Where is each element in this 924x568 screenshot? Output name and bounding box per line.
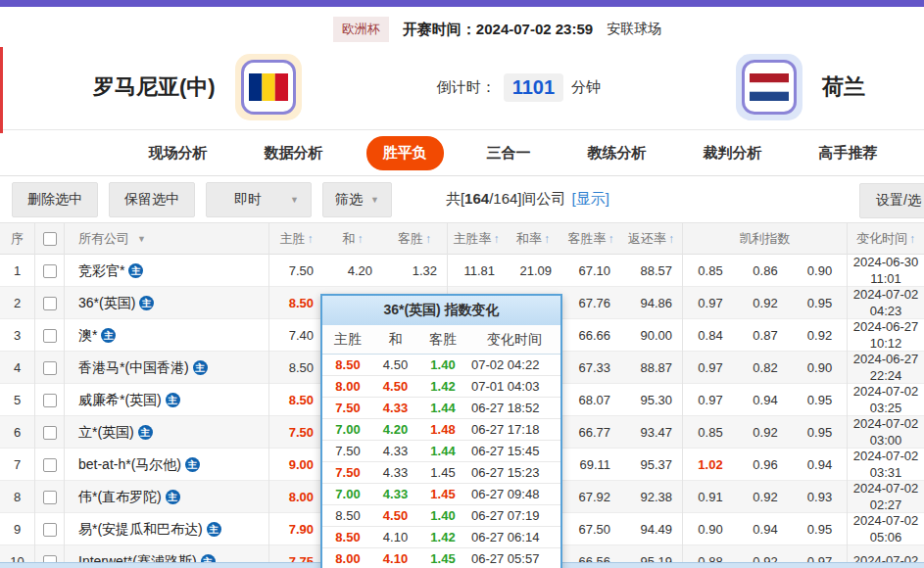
company-cell[interactable]: 竞彩官*主	[65, 255, 269, 287]
company-cell[interactable]: 立*(英国)主	[65, 416, 269, 449]
row-checkbox[interactable]	[43, 458, 57, 472]
tab-裁判分析[interactable]: 裁判分析	[690, 136, 776, 170]
kelly-home: 0.97	[683, 287, 738, 319]
header-index: 序	[0, 223, 35, 255]
row-checkbox[interactable]	[43, 426, 57, 440]
away-flag-card	[736, 54, 802, 120]
return-rate: 93.47	[620, 416, 683, 449]
primary-company-icon: 主	[207, 522, 221, 537]
kelly-draw: 0.94	[738, 384, 793, 416]
row-checkbox[interactable]	[43, 491, 57, 504]
row-checkbox[interactable]	[43, 523, 57, 537]
popup-header-away: 客胜	[417, 331, 468, 349]
tab-三合一[interactable]: 三合一	[473, 136, 545, 170]
popup-row: 8.504.501.4007-02 04:22	[322, 355, 560, 376]
popup-away-odds: 1.42	[417, 530, 468, 544]
company-cell[interactable]: 香港马*(中国香港)主	[65, 352, 269, 384]
home-odds: 7.90	[269, 513, 323, 545]
tab-现场分析[interactable]: 现场分析	[135, 136, 221, 170]
tab-胜平负[interactable]: 胜平负	[366, 136, 444, 170]
row-checkbox[interactable]	[43, 394, 57, 407]
company-cell[interactable]: 澳*主	[65, 319, 269, 352]
popup-home-odds: 8.00	[322, 551, 373, 566]
tab-数据分析[interactable]: 数据分析	[251, 136, 337, 170]
header-home-odds[interactable]: 主胜↑	[269, 223, 323, 255]
row-index: 6	[0, 416, 35, 449]
row-checkbox-cell	[35, 416, 65, 449]
popup-header-draw: 和	[373, 331, 417, 349]
company-cell[interactable]: bet-at-h*(马尔他)主	[65, 449, 269, 481]
header-draw-rate[interactable]: 和率↑	[505, 223, 561, 255]
popup-change-time: 06-27 06:14	[468, 530, 560, 544]
popup-row: 7.504.331.4406-27 18:52	[322, 398, 560, 419]
change-date: 2024-06-27	[853, 352, 919, 367]
row-checkbox[interactable]	[43, 329, 57, 343]
company-name: 立*(英国)	[78, 424, 134, 442]
popup-change-time: 07-01 04:03	[468, 379, 560, 394]
show-link[interactable]: [显示]	[572, 190, 609, 207]
countdown-label: 倒计时：	[437, 78, 496, 97]
delete-selected-button[interactable]: 删除选中	[12, 182, 98, 217]
header-company-label: 所有公司	[78, 230, 129, 248]
row-checkbox[interactable]	[43, 264, 57, 278]
tab-教练分析[interactable]: 教练分析	[574, 136, 660, 170]
company-cell[interactable]: 36*(英国)主	[65, 287, 269, 319]
match-info-row: 欧洲杯 开赛时间：2024-07-02 23:59 安联球场	[35, 7, 924, 42]
kelly-draw: 0.94	[738, 513, 793, 545]
return-rate: 92.38	[620, 481, 683, 513]
change-time: 2024-06-3011:01	[848, 255, 924, 287]
header-home-rate[interactable]: 主胜率↑	[448, 223, 505, 255]
sort-asc-icon: ↑	[425, 232, 431, 246]
company-name: 竞彩官*	[78, 262, 124, 280]
popup-home-odds: 8.00	[322, 379, 373, 394]
away-win-rate: 67.33	[561, 352, 620, 384]
company-name: 澳*	[78, 327, 97, 345]
header-company[interactable]: 所有公司 ▼	[65, 223, 269, 255]
netherlands-flag-icon	[742, 60, 797, 115]
company-name: 36*(英国)	[78, 295, 135, 312]
popup-home-odds: 8.50	[322, 530, 373, 544]
kickoff-time: 开赛时间：2024-07-02 23:59	[403, 21, 593, 39]
row-checkbox-cell	[35, 449, 65, 481]
select-all-checkbox[interactable]	[43, 232, 57, 246]
header-return-rate[interactable]: 返还率↑	[620, 223, 683, 255]
analysis-tabbar: 现场分析数据分析胜平负三合一教练分析裁判分析高手推荐	[0, 130, 924, 176]
countdown-value: 1101	[504, 73, 563, 102]
header-change-time[interactable]: 变化时间↑	[848, 223, 924, 255]
company-cell[interactable]: 易*(安提瓜和巴布达)主	[65, 513, 269, 545]
row-checkbox[interactable]	[43, 297, 57, 310]
header-kelly: 凯利指数	[683, 223, 848, 255]
kelly-home: 0.90	[683, 513, 738, 545]
away-win-rate: 67.50	[561, 513, 620, 545]
settings-button[interactable]: 设置/选	[859, 183, 924, 218]
popup-row: 7.504.331.4506-27 15:23	[322, 462, 560, 484]
return-rate: 90.00	[620, 319, 683, 352]
keep-selected-button[interactable]: 保留选中	[109, 182, 195, 217]
left-accent-strip	[0, 47, 3, 133]
row-checkbox[interactable]	[43, 361, 57, 375]
company-cell[interactable]: 伟*(直布罗陀)主	[65, 481, 269, 513]
match-header: 欧洲杯 开赛时间：2024-07-02 23:59 安联球场 罗马尼亚(中)	[0, 7, 924, 130]
header-away-rate[interactable]: 客胜率↑	[561, 223, 620, 255]
time-mode-dropdown[interactable]: 即时 ▼	[206, 182, 312, 217]
company-cell[interactable]: 威廉希*(英国)主	[65, 384, 269, 416]
header-draw-odds[interactable]: 和↑	[323, 223, 382, 255]
company-name: 香港马*(中国香港)	[78, 359, 189, 377]
odds-history-popup: 36*(英国) 指数变化 主胜 和 客胜 变化时间 8.504.501.4007…	[320, 294, 562, 568]
header-away-odds[interactable]: 客胜↑	[382, 223, 448, 255]
kelly-away: 0.90	[793, 255, 848, 287]
popup-away-odds: 1.42	[417, 379, 468, 394]
popup-draw-odds: 4.10	[373, 530, 417, 544]
caret-down-icon: ▼	[290, 195, 299, 205]
header-home-rate-label: 主胜率	[454, 230, 492, 248]
filter-dropdown[interactable]: 筛选 ▼	[322, 182, 392, 217]
home-odds: 8.00	[269, 481, 323, 513]
popup-row: 8.504.101.4206-27 06:14	[322, 527, 560, 548]
company-name: bet-at-h*(马尔他)	[78, 456, 181, 474]
tab-高手推荐[interactable]: 高手推荐	[805, 136, 892, 170]
change-clock: 03:25	[870, 401, 902, 416]
away-odds: 1.32	[382, 255, 448, 287]
row-index: 5	[0, 384, 35, 416]
romania-flag-icon	[241, 60, 296, 115]
popup-draw-odds: 4.33	[373, 465, 417, 480]
